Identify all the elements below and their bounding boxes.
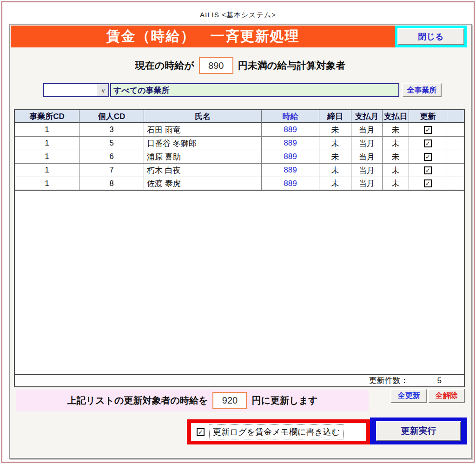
cell-office-cd: 1 — [15, 150, 79, 164]
cell-pay-month: 当月 — [351, 137, 383, 150]
cell-pay-month: 当月 — [351, 150, 383, 164]
cell-office-cd: 1 — [15, 137, 79, 150]
threshold-input[interactable] — [199, 57, 233, 74]
cell-wage: 889 — [262, 150, 319, 164]
execute-button[interactable]: 更新実行 — [376, 421, 461, 441]
cell-blank — [447, 164, 464, 177]
update-checkbox[interactable]: ✓ — [424, 179, 432, 187]
execute-button-highlight: 更新実行 — [370, 418, 467, 444]
close-button[interactable]: 閉じる — [397, 28, 464, 45]
cell-personal-cd: 8 — [79, 177, 144, 191]
cell-update: ✓ — [409, 137, 447, 150]
column-header-pay-month: 支払月 — [351, 110, 383, 123]
log-checkbox-label[interactable]: 更新ログを賃金メモ欄に書き込む — [209, 424, 344, 439]
cell-pay-month: 当月 — [351, 177, 383, 191]
cell-pay-day: 未 — [383, 123, 409, 137]
cell-wage: 889 — [262, 137, 319, 150]
log-option-group: ✓ 更新ログを賃金メモ欄に書き込む — [191, 423, 366, 441]
column-header-office-cd: 事業所CD — [15, 110, 79, 123]
cell-pay-month: 当月 — [351, 164, 383, 177]
chevron-down-icon[interactable]: ∨ — [98, 84, 108, 96]
target-list-panel: 事業所CD 個人CD 氏名 時給 締日 支払月 支払日 更新 1 3 石田 雨竜… — [14, 109, 465, 387]
cell-closing: 未 — [319, 123, 351, 137]
cell-office-cd: 1 — [15, 164, 79, 177]
update-count-bar: 更新件数： 5 — [15, 374, 464, 386]
cell-blank — [447, 150, 464, 164]
cell-closing: 未 — [319, 164, 351, 177]
window-title: AILIS <基本システム> — [2, 11, 474, 20]
update-checkbox[interactable]: ✓ — [424, 166, 432, 174]
cell-blank — [447, 177, 464, 191]
cell-blank — [447, 137, 464, 150]
update-checkbox[interactable]: ✓ — [424, 153, 432, 161]
threshold-sentence: 現在の時給が 円未満の給与計算対象者 — [10, 53, 471, 78]
cell-pay-month: 当月 — [351, 123, 383, 137]
cell-wage: 889 — [262, 123, 319, 137]
cell-pay-day: 未 — [383, 177, 409, 191]
cell-wage: 889 — [262, 177, 319, 191]
cell-pay-day: 未 — [383, 137, 409, 150]
cell-blank — [447, 123, 464, 137]
window-frame: AILIS <基本システム> 賃金（時給） 一斉更新処理 閉じる 現在の時給が … — [1, 1, 475, 463]
close-button-highlight: 閉じる — [395, 26, 467, 47]
office-name-field: すべての事業所 — [110, 83, 399, 97]
log-checkbox[interactable]: ✓ — [197, 428, 205, 436]
bulk-select-buttons: 全更新 全解除 — [390, 389, 465, 403]
target-table: 事業所CD 個人CD 氏名 時給 締日 支払月 支払日 更新 1 3 石田 雨竜… — [15, 110, 464, 191]
cell-personal-cd: 5 — [79, 137, 144, 150]
clear-all-button[interactable]: 全解除 — [428, 389, 465, 403]
cell-closing: 未 — [319, 177, 351, 191]
column-header-blank — [447, 110, 464, 123]
update-checkbox[interactable]: ✓ — [424, 126, 432, 134]
cell-update: ✓ — [409, 150, 447, 164]
column-header-closing: 締日 — [319, 110, 351, 123]
main-panel: 賃金（時給） 一斉更新処理 閉じる 現在の時給が 円未満の給与計算対象者 ∨ す… — [9, 24, 472, 459]
select-all-button[interactable]: 全更新 — [390, 389, 427, 403]
update-count-value: 5 — [437, 376, 442, 385]
cell-pay-day: 未 — [383, 164, 409, 177]
column-header-update: 更新 — [409, 110, 447, 123]
update-count-label: 更新件数： — [369, 375, 409, 386]
cell-closing: 未 — [319, 150, 351, 164]
cell-pay-day: 未 — [383, 150, 409, 164]
new-wage-suffix-label: 円に更新します — [251, 394, 317, 407]
cell-personal-cd: 3 — [79, 123, 144, 137]
cell-office-cd: 1 — [15, 177, 79, 191]
cell-update: ✓ — [409, 123, 447, 137]
threshold-suffix-label: 円未満の給与計算対象者 — [238, 59, 346, 72]
cell-personal-cd: 6 — [79, 150, 144, 164]
cell-wage: 889 — [262, 164, 319, 177]
cell-name: 浦原 喜助 — [144, 150, 262, 164]
threshold-prefix-label: 現在の時給が — [135, 59, 194, 72]
new-wage-sentence: 上記リストの更新対象者の時給を 円に更新します — [16, 390, 369, 411]
new-wage-prefix-label: 上記リストの更新対象者の時給を — [67, 394, 208, 407]
cell-update: ✓ — [409, 164, 447, 177]
cell-name: 佐渡 泰虎 — [144, 177, 262, 191]
cell-closing: 未 — [319, 137, 351, 150]
update-checkbox[interactable]: ✓ — [424, 139, 432, 147]
cell-update: ✓ — [409, 177, 447, 191]
new-wage-input[interactable] — [212, 392, 247, 409]
column-header-pay-day: 支払日 — [383, 110, 409, 123]
column-header-name: 氏名 — [144, 110, 262, 123]
all-offices-button[interactable]: 全事業所 — [402, 83, 442, 97]
cell-name: 日番谷 冬獅郎 — [144, 137, 262, 150]
page-title: 賃金（時給） 一斉更新処理 — [11, 26, 395, 47]
cell-name: 石田 雨竜 — [144, 123, 262, 137]
column-header-wage: 時給 — [262, 110, 319, 123]
cell-name: 朽木 白夜 — [144, 164, 262, 177]
cell-office-cd: 1 — [15, 123, 79, 137]
column-header-personal-cd: 個人CD — [79, 110, 144, 123]
log-option-highlight: ✓ 更新ログを賃金メモ欄に書き込む — [187, 419, 370, 444]
cell-personal-cd: 7 — [79, 164, 144, 177]
office-code-combobox[interactable]: ∨ — [43, 83, 109, 97]
office-selector-row: ∨ すべての事業所 全事業所 — [43, 83, 442, 97]
